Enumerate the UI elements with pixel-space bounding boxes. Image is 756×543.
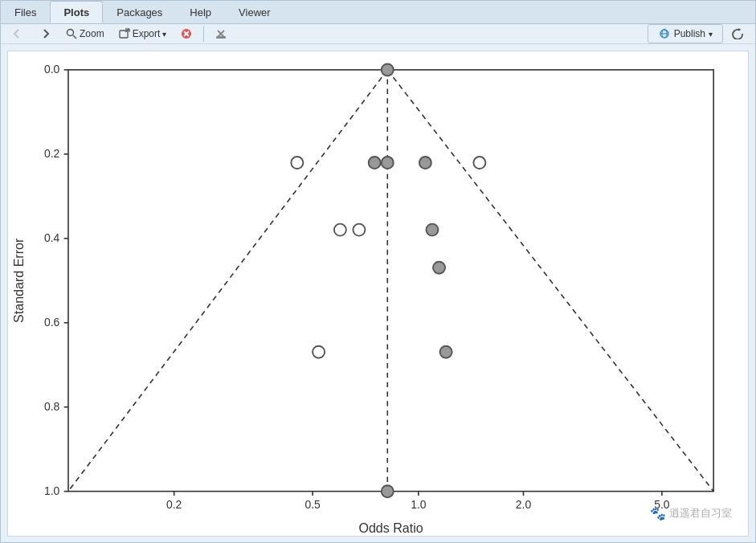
tab-bar: Files Plots Packages Help Viewer [1,1,755,24]
svg-text:0.5: 0.5 [304,498,321,511]
toolbar: Zoom Export ▾ [1,24,755,44]
tab-plots[interactable]: Plots [50,1,103,23]
forward-button[interactable] [33,25,57,43]
watermark: 🐾 逍遥君自习室 [650,506,732,521]
data-point [382,485,394,497]
data-point [433,262,445,274]
clear-icon [181,28,192,39]
data-point [369,157,381,169]
data-point [291,157,303,169]
svg-point-0 [67,30,74,36]
export-label: Export [133,28,161,39]
tab-viewer[interactable]: Viewer [225,1,284,23]
export-icon [119,28,130,39]
svg-text:0.2: 0.2 [166,498,182,511]
data-point [353,224,365,236]
tab-help[interactable]: Help [176,1,225,23]
back-button[interactable] [6,25,30,43]
svg-text:2.0: 2.0 [516,498,532,511]
zoom-button[interactable]: Zoom [60,25,110,43]
export-button[interactable]: Export ▾ [113,25,173,43]
publish-icon [658,28,671,39]
data-point [440,346,452,358]
rstudio-panel: Files Plots Packages Help Viewer Zoom [0,0,756,543]
zoom-icon [66,28,77,39]
data-point [313,346,325,358]
data-point [334,224,346,236]
svg-text:1.0: 1.0 [411,498,427,511]
plot-container: 0.0 0.2 0.4 0.6 0.8 1.0 Standard Error [8,51,748,536]
tab-packages[interactable]: Packages [103,1,176,23]
svg-text:Standard Error: Standard Error [11,238,26,323]
data-point [382,63,394,76]
plot-area: 0.0 0.2 0.4 0.6 0.8 1.0 Standard Error [7,51,749,537]
tab-files[interactable]: Files [1,1,50,23]
svg-text:0.6: 0.6 [44,316,60,329]
svg-text:0.2: 0.2 [44,147,60,160]
clear-button[interactable] [175,25,198,43]
data-point [382,157,394,169]
data-point [426,224,438,236]
data-point [473,157,485,169]
publish-dropdown-icon: ▾ [709,30,713,39]
svg-line-1 [73,35,76,39]
broom-button[interactable] [210,25,232,43]
svg-rect-16 [68,70,713,492]
data-point [419,157,431,169]
forward-icon [39,28,51,39]
svg-text:0.8: 0.8 [44,400,60,413]
svg-text:Odds Ratio: Odds Ratio [358,521,423,535]
zoom-label: Zoom [80,28,104,39]
svg-text:0.4: 0.4 [44,231,60,244]
broom-icon [215,28,227,39]
toolbar-separator [203,26,204,42]
funnel-plot: 0.0 0.2 0.4 0.6 0.8 1.0 Standard Error [8,51,748,536]
back-icon [11,28,24,39]
export-dropdown-icon: ▾ [162,30,166,39]
publish-label: Publish [674,28,705,39]
svg-text:0.0: 0.0 [44,63,60,76]
refresh-icon [732,28,745,39]
svg-text:1.0: 1.0 [44,484,60,497]
svg-rect-11 [216,36,226,39]
publish-button[interactable]: Publish ▾ [648,24,723,43]
refresh-button[interactable] [726,25,750,43]
